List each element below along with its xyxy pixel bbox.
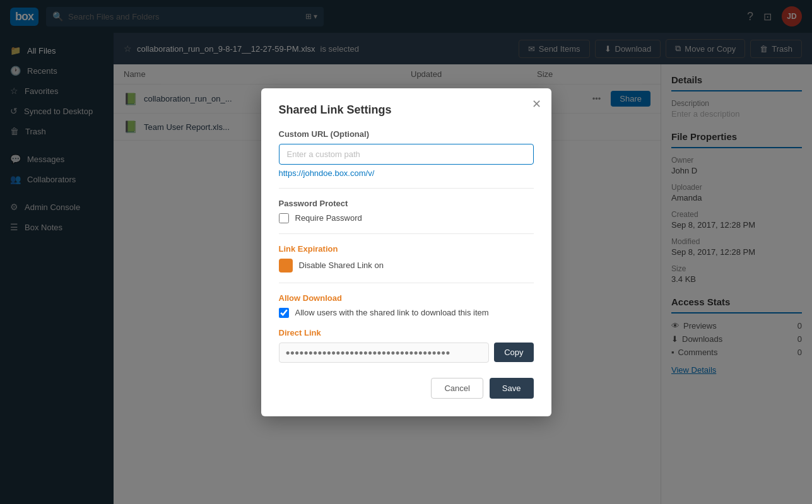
- shared-link-settings-modal: ✕ Shared Link Settings Custom URL (Optio…: [261, 88, 551, 416]
- allow-download-row: Allow users with the shared link to down…: [279, 308, 534, 318]
- save-button[interactable]: Save: [490, 378, 534, 399]
- check-icon: [281, 261, 290, 270]
- allow-download-label: Allow Download: [279, 293, 534, 303]
- copy-button[interactable]: Copy: [494, 343, 533, 362]
- modal-footer: Cancel Save: [279, 378, 534, 399]
- disable-shared-link-row: Disable Shared Link on: [279, 259, 534, 273]
- svg-rect-0: [281, 261, 290, 270]
- disable-shared-link-label: Disable Shared Link on: [299, 261, 384, 270]
- divider-2: [279, 233, 534, 234]
- modal-overlay: ✕ Shared Link Settings Custom URL (Optio…: [0, 0, 812, 504]
- direct-link-row: Copy: [279, 343, 534, 363]
- allow-download-checkbox-label: Allow users with the shared link to down…: [295, 308, 489, 317]
- divider-1: [279, 188, 534, 189]
- require-password-label: Require Password: [295, 213, 362, 223]
- allow-download-checkbox[interactable]: [279, 308, 289, 318]
- require-password-row: Require Password: [279, 213, 534, 223]
- custom-url-input[interactable]: [279, 144, 534, 165]
- url-hint: https://johndoe.box.com/v/: [279, 168, 534, 178]
- divider-3: [279, 283, 534, 283]
- direct-link-input[interactable]: [279, 343, 490, 363]
- cancel-button[interactable]: Cancel: [431, 378, 483, 399]
- modal-title: Shared Link Settings: [279, 103, 534, 117]
- direct-link-label: Direct Link: [279, 328, 534, 337]
- close-button[interactable]: ✕: [532, 98, 541, 110]
- require-password-checkbox[interactable]: [279, 213, 289, 223]
- custom-url-label: Custom URL (Optional): [279, 129, 534, 139]
- password-protect-label: Password Protect: [279, 199, 534, 208]
- disable-shared-link-checkbox[interactable]: [279, 259, 293, 273]
- link-expiration-label: Link Expiration: [279, 244, 534, 254]
